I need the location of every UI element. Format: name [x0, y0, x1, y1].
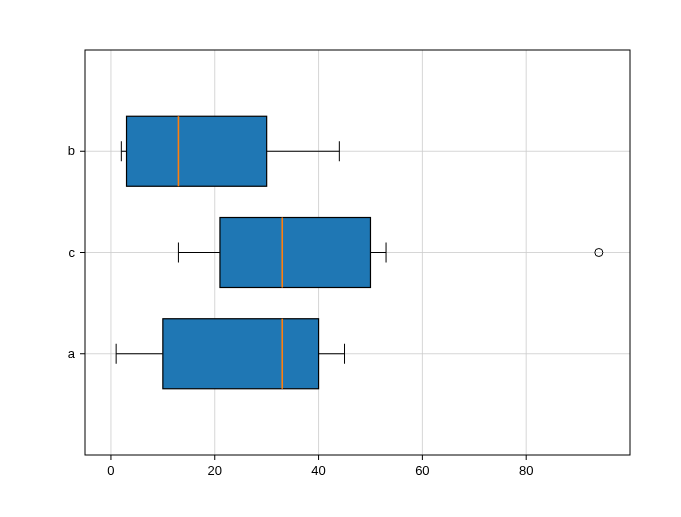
box — [127, 116, 267, 186]
box — [163, 319, 319, 389]
box — [220, 218, 371, 288]
y-tick-label: b — [68, 143, 75, 158]
x-tick-label: 60 — [415, 463, 429, 478]
x-tick-label: 80 — [519, 463, 533, 478]
x-tick-label: 40 — [311, 463, 325, 478]
y-tick-label: c — [69, 245, 76, 260]
y-tick-label: a — [68, 346, 76, 361]
x-tick-label: 20 — [208, 463, 222, 478]
boxplot-chart: 020406080acb — [0, 0, 681, 517]
x-tick-label: 0 — [107, 463, 114, 478]
